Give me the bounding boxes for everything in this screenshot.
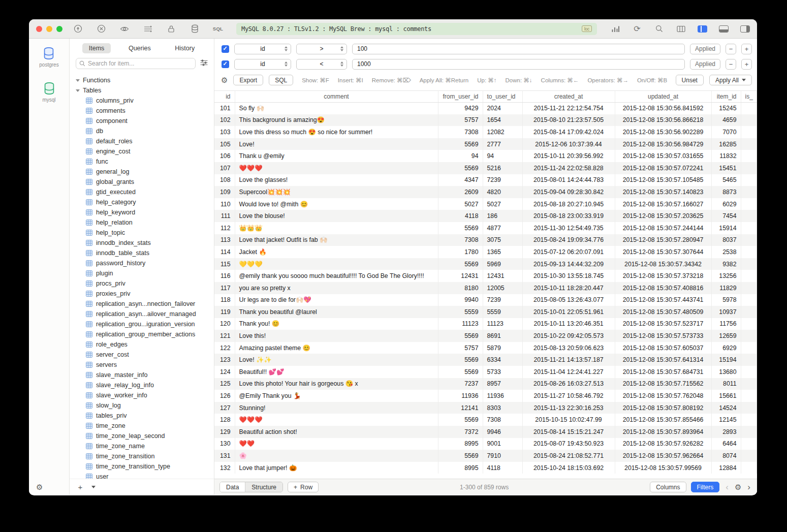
cell-item_id[interactable]: 9382 (711, 258, 741, 270)
column-header-id[interactable]: id (214, 91, 235, 102)
cell-from_user_id[interactable]: 5757 (438, 114, 483, 127)
cell-item_id[interactable]: 6929 (711, 342, 741, 354)
cell-is_[interactable] (741, 426, 757, 438)
cell-created_at[interactable]: 2015-08-07 19:43:50.923 (522, 438, 615, 450)
cell-updated_at[interactable]: 2015-12-08 15:30:57.641314 (615, 354, 711, 366)
cell-to_user_id[interactable]: 8303 (483, 402, 522, 414)
cell-item_id[interactable]: 8074 (711, 450, 741, 462)
cell-updated_at[interactable]: 2015-12-08 15:30:57.307644 (615, 246, 711, 258)
cell-created_at[interactable]: 2015-11-04 12:24:41.227 (522, 366, 615, 378)
cell-id[interactable]: 130 (214, 438, 235, 450)
cell-to_user_id[interactable]: 5969 (483, 258, 522, 270)
cell-created_at[interactable]: 2015-12-06 10:37:39.44 (522, 138, 615, 150)
cell-item_id[interactable]: 5465 (711, 174, 741, 186)
connect-icon[interactable] (73, 24, 83, 34)
sidebar-item-table[interactable]: comments (76, 106, 214, 116)
filter-value-input[interactable] (352, 44, 685, 54)
cell-comment[interactable]: Love this! (235, 330, 438, 342)
table-row[interactable]: 130❤️❤️899590012015-08-07 19:43:50.92320… (214, 438, 757, 450)
cell-is_[interactable] (741, 438, 757, 450)
cell-from_user_id[interactable]: 7237 (438, 378, 483, 390)
table-row[interactable]: 120Thank you! 😊11123111232015-10-11 13:2… (214, 318, 757, 330)
cell-is_[interactable] (741, 330, 757, 342)
cell-id[interactable]: 127 (214, 402, 235, 414)
table-row[interactable]: 119Thank you beautiful @laurel5559555920… (214, 306, 757, 318)
prev-page-button[interactable]: ‹ (724, 483, 730, 491)
cell-id[interactable]: 120 (214, 318, 235, 330)
cell-id[interactable]: 109 (214, 186, 235, 198)
cell-is_[interactable] (741, 342, 757, 354)
cell-is_[interactable] (741, 318, 757, 330)
cell-item_id[interactable]: 7454 (711, 210, 741, 222)
cell-item_id[interactable]: 15661 (711, 390, 741, 402)
cell-id[interactable]: 125 (214, 378, 235, 390)
sidebar-item-table[interactable]: time_zone_transition_type (76, 461, 214, 472)
cell-id[interactable]: 105 (214, 138, 235, 150)
cell-created_at[interactable]: 2015-08-26 16:03:27.513 (522, 378, 615, 390)
add-item-button[interactable]: + (75, 482, 86, 492)
cell-created_at[interactable]: 2015-08-01 14:24:44.783 (522, 174, 615, 186)
cell-is_[interactable] (741, 306, 757, 318)
cell-created_at[interactable]: 2015-08-24 19:09:34.776 (522, 234, 615, 246)
cell-created_at[interactable]: 2015-08-14 17:09:42.024 (522, 126, 615, 138)
add-filter-button[interactable]: + (741, 59, 752, 70)
sql-button[interactable]: SQL (269, 75, 293, 85)
cell-updated_at[interactable]: 2015-12-08 15:30:57.373218 (615, 270, 711, 282)
cell-item_id[interactable]: 12659 (711, 330, 741, 342)
cell-is_[interactable] (741, 270, 757, 282)
filter-applied-button[interactable]: Applied (690, 59, 720, 70)
filter-enabled-checkbox[interactable] (222, 60, 229, 68)
cell-comment[interactable]: Stunning! (235, 402, 438, 414)
cell-comment[interactable]: ❤️❤️❤️ (235, 414, 438, 426)
cell-comment[interactable]: Love the glasses! (235, 174, 438, 186)
cell-to_user_id[interactable]: 94 (483, 150, 522, 162)
cell-updated_at[interactable]: 2015-12-08 15:30:56.902289 (615, 126, 711, 138)
cell-created_at[interactable]: 2015-10-30 13:55:18.745 (522, 270, 615, 282)
remove-filter-button[interactable]: − (726, 59, 736, 70)
tab-structure[interactable]: Structure (245, 482, 282, 492)
cell-to_user_id[interactable]: 7910 (483, 450, 522, 462)
cell-from_user_id[interactable]: 5569 (438, 450, 483, 462)
sidebar-item-table[interactable]: slow_log (76, 400, 214, 411)
cell-is_[interactable] (741, 114, 757, 127)
refresh-icon[interactable]: ⟳ (632, 24, 642, 34)
sidebar-item-table[interactable]: innodb_index_stats (76, 238, 214, 248)
cell-id[interactable]: 118 (214, 294, 235, 306)
cell-id[interactable]: 122 (214, 342, 235, 354)
cell-item_id[interactable]: 15451 (711, 162, 741, 174)
cell-from_user_id[interactable]: 5569 (438, 366, 483, 378)
cell-from_user_id[interactable]: 5569 (438, 258, 483, 270)
cell-to_user_id[interactable]: 11123 (483, 318, 522, 330)
cell-created_at[interactable]: 2015-10-11 20:39:56.992 (522, 150, 615, 162)
add-row-button[interactable]: + Row (288, 482, 319, 492)
cell-is_[interactable] (741, 282, 757, 294)
table-row[interactable]: 103Love this dress so much 😍 so nice for… (214, 126, 757, 138)
cell-comment[interactable]: Love this dress so much 😍 so nice for su… (235, 126, 438, 138)
cell-is_[interactable] (741, 462, 757, 474)
unset-button[interactable]: Unset (676, 75, 704, 85)
table-row[interactable]: 114Jacket 🔥178013652015-07-12 06:20:07.0… (214, 246, 757, 258)
table-row[interactable]: 105Love!556927772015-12-06 10:37:39.4420… (214, 138, 757, 150)
connection-postgres[interactable]: postgres (39, 47, 58, 68)
cell-item_id[interactable]: 10937 (711, 306, 741, 318)
cell-to_user_id[interactable]: 1365 (483, 246, 522, 258)
cell-updated_at[interactable]: 2015-12-08 15:30:57.140823 (615, 186, 711, 198)
table-row[interactable]: 129Beautiful action shot!737299462015-08… (214, 426, 757, 438)
cell-is_[interactable] (741, 354, 757, 366)
filter-value-input[interactable] (352, 59, 685, 70)
table-row[interactable]: 117you are so pretty x8180120052015-10-1… (214, 282, 757, 294)
cell-id[interactable]: 132 (214, 462, 235, 474)
cell-id[interactable]: 119 (214, 306, 235, 318)
cell-comment[interactable]: Love! (235, 138, 438, 150)
sidebar-item-table[interactable]: role_edges (76, 339, 214, 350)
column-header-to_user_id[interactable]: to_user_id (483, 91, 522, 102)
cell-is_[interactable] (741, 246, 757, 258)
cell-comment[interactable]: Love that jumper! 🎃 (235, 462, 438, 474)
cell-to_user_id[interactable]: 5879 (483, 342, 522, 354)
settings-gear-icon[interactable]: ⚙ (36, 483, 43, 491)
cell-is_[interactable] (741, 138, 757, 150)
cell-to_user_id[interactable]: 5027 (483, 198, 522, 210)
tab-queries[interactable]: Queries (122, 43, 158, 53)
chart-icon[interactable] (610, 24, 620, 34)
cell-id[interactable]: 102 (214, 114, 235, 127)
